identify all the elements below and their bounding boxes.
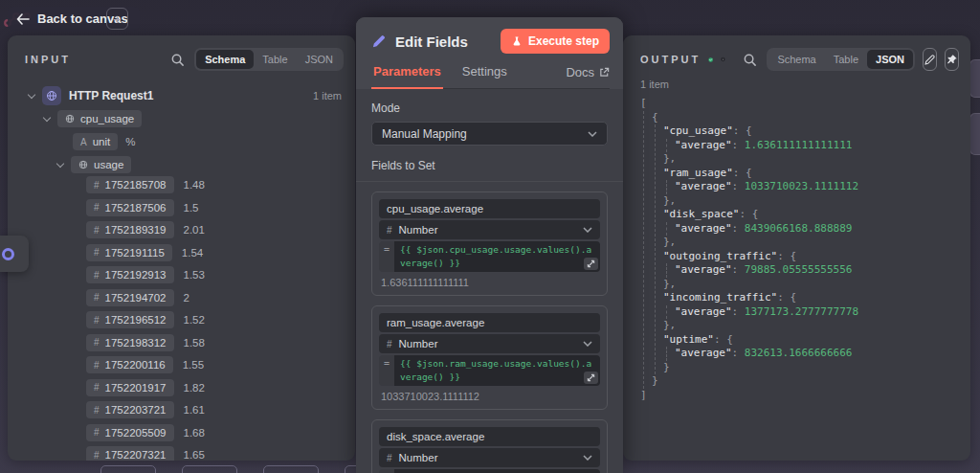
field-group: disk_space.average # Number = {{ $json.d… — [371, 419, 608, 473]
number-type-icon: # — [94, 405, 100, 416]
number-type-icon: # — [94, 292, 100, 303]
usage-key-pill[interactable]: usage — [71, 156, 131, 173]
unit-key-pill[interactable]: A unit — [73, 133, 118, 150]
output-search-button[interactable] — [741, 51, 759, 69]
edit-output-button[interactable] — [923, 48, 937, 71]
schema-row[interactable]: # 1752196512 1.52 — [86, 311, 342, 328]
chevron-down-icon — [583, 455, 592, 461]
input-view-schema[interactable]: Schema — [196, 50, 254, 69]
execute-step-button[interactable]: Execute step — [501, 29, 610, 54]
schema-row[interactable]: # 1752187506 1.5 — [86, 199, 342, 216]
timestamp-key-pill[interactable]: # 1752185708 — [86, 176, 174, 193]
timestamp-key-pill[interactable]: # 1752196512 — [86, 311, 174, 328]
schema-object-row[interactable]: usage — [57, 153, 342, 176]
schema-row[interactable]: # 1752189319 2.01 — [86, 221, 342, 238]
pin-icon — [946, 54, 958, 66]
number-type-icon: # — [94, 225, 100, 236]
json-array-open: [ — [640, 97, 970, 111]
timestamp-key-pill[interactable]: # 1752200116 — [86, 356, 173, 373]
output-view-schema[interactable]: Schema — [768, 50, 824, 69]
schema-row[interactable]: # 1752203721 1.61 — [86, 401, 342, 418]
schema-row[interactable]: # 1752191115 1.54 — [86, 244, 342, 261]
docs-link[interactable]: Docs — [566, 65, 610, 88]
schema-row[interactable]: # 1752207321 1.65 — [86, 446, 342, 461]
schema-string-row[interactable]: A unit % — [73, 130, 342, 153]
mode-select[interactable]: Manual Mapping — [371, 122, 608, 146]
field-group: cpu_usage.average # Number = {{ $json.cp… — [371, 191, 608, 296]
schema-row[interactable]: # 1752185708 1.48 — [86, 176, 342, 193]
json-array-close: ] — [640, 389, 970, 403]
output-item-count: 1 item — [623, 79, 970, 95]
expression-editor[interactable]: = {{ $json.cpu_usage.usage.values().aver… — [379, 241, 600, 272]
timestamp-key-pill[interactable]: # 1752189319 — [86, 221, 174, 238]
expand-expression-icon[interactable] — [584, 258, 598, 270]
schema-object-row[interactable]: cpu_usage — [44, 107, 342, 130]
output-view-table[interactable]: Table — [825, 50, 867, 69]
number-type-icon: # — [94, 270, 100, 281]
input-view-table[interactable]: Table — [254, 50, 296, 69]
json-output-entry: "uptime": { "average": 832613.1666666666… — [663, 333, 970, 375]
back-arrow-icon — [16, 13, 30, 25]
input-view-json[interactable]: JSON — [297, 50, 342, 69]
expression-result: 1.636111111111111 — [379, 275, 600, 288]
expression-code[interactable]: {{ $json.ram_usage.usage.values().averag… — [394, 355, 600, 386]
add-node-button[interactable]: + — [106, 8, 128, 30]
schema-root-row[interactable]: HTTP Request1 1 item — [29, 84, 342, 107]
fields-to-set-label: Fields to Set — [371, 159, 608, 172]
input-node-tab[interactable] — [0, 236, 29, 272]
expression-editor[interactable]: = {{ $json.ram_usage.usage.values().aver… — [379, 355, 600, 386]
timestamp-key-pill[interactable]: # 1752198312 — [86, 334, 174, 351]
tab-settings[interactable]: Settings — [460, 62, 509, 89]
usage-value: 1.68 — [184, 427, 205, 439]
input-view-toggle: Schema Table JSON — [194, 48, 344, 71]
timestamp-key-pill[interactable]: # 1752194702 — [86, 289, 174, 306]
field-name-input[interactable]: disk_space.average — [379, 427, 600, 446]
expression-code[interactable]: {{ $json.disk_space.usage.values().avera… — [394, 469, 600, 473]
field-name-input[interactable]: ram_usage.average — [379, 313, 600, 332]
json-output-entry: "outgoing_traffic": { "average": 79885.0… — [663, 250, 970, 292]
json-output-entry: "cpu_usage": { "average": 1.636111111111… — [663, 124, 970, 167]
timestamp-key-pill[interactable]: # 1752191115 — [86, 244, 172, 261]
schema-row[interactable]: # 1752192913 1.53 — [86, 266, 342, 283]
schema-row[interactable]: # 1752198312 1.58 — [86, 334, 342, 351]
expression-code[interactable]: {{ $json.cpu_usage.usage.values().averag… — [394, 241, 600, 272]
output-view-toggle: Schema Table JSON — [767, 48, 915, 71]
output-view-json[interactable]: JSON — [867, 50, 913, 69]
chevron-down-icon — [28, 90, 35, 98]
timestamp-key-pill[interactable]: # 1752187506 — [86, 199, 174, 216]
field-name-input[interactable]: cpu_usage.average — [379, 199, 600, 218]
tab-parameters[interactable]: Parameters — [371, 62, 443, 89]
usage-value: 1.48 — [184, 179, 205, 191]
expression-editor[interactable]: = {{ $json.disk_space.usage.values().ave… — [379, 469, 600, 473]
timestamp-key-pill[interactable]: # 1752201917 — [86, 379, 174, 396]
schema-row[interactable]: # 1752200116 1.55 — [86, 356, 342, 373]
input-panel-header: INPUT Schema Table JSON — [8, 35, 355, 79]
schema-row[interactable]: # 1752205509 1.68 — [86, 424, 342, 441]
info-icon[interactable] — [721, 53, 725, 66]
timestamp-key-pill[interactable]: # 1752192913 — [86, 266, 174, 283]
number-type-icon: # — [94, 427, 100, 438]
parameters-body: Mode Manual Mapping Fields to Set cpu_us… — [356, 89, 623, 473]
object-icon — [78, 160, 88, 169]
output-panel: OUTPUT Schema Table JSON 1 item [ { — [623, 35, 970, 461]
timestamp-key-pill[interactable]: # 1752205509 — [86, 424, 174, 441]
edit-fields-panel: Edit Fields Execute step Parameters Sett… — [356, 17, 623, 473]
node-title: Edit Fields — [395, 34, 468, 50]
cpu-usage-key-pill[interactable]: cpu_usage — [57, 110, 142, 127]
timestamp-key-pill[interactable]: # 1752203721 — [86, 401, 174, 418]
expand-expression-icon[interactable] — [584, 372, 598, 384]
external-link-icon — [599, 67, 610, 78]
search-icon — [170, 53, 185, 67]
json-output-entry: "disk_space": { "average": 8439066168.88… — [663, 208, 970, 250]
schema-row[interactable]: # 1752201917 1.82 — [86, 379, 342, 396]
usage-value: 1.58 — [184, 337, 205, 349]
right-edge-panel — [969, 59, 980, 98]
field-type-select[interactable]: # Number — [379, 448, 600, 467]
success-check-icon — [708, 53, 713, 67]
field-type-select[interactable]: # Number — [379, 220, 600, 239]
input-search-button[interactable] — [168, 51, 187, 69]
timestamp-key-pill[interactable]: # 1752207321 — [86, 446, 174, 461]
field-type-select[interactable]: # Number — [379, 334, 600, 353]
pin-data-button[interactable] — [945, 48, 959, 71]
schema-row[interactable]: # 1752194702 2 — [86, 289, 342, 306]
